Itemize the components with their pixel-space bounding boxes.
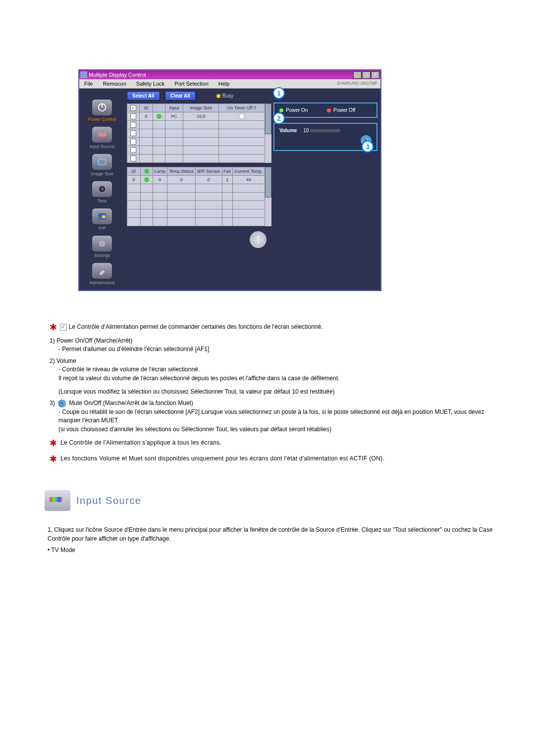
svg-rect-3 [99, 159, 106, 165]
table-row[interactable] [127, 129, 265, 138]
volume-label: Volume [279, 128, 297, 133]
volume-slider[interactable] [310, 129, 340, 132]
input-source-icon [92, 127, 112, 143]
input-source-section-icon [45, 490, 70, 511]
col-lamp [153, 104, 165, 112]
scrollbar[interactable] [265, 167, 271, 226]
timer-off-icon [239, 113, 245, 119]
star-icon: ✱ [50, 454, 57, 464]
sidebar-label: Power Control [88, 117, 116, 122]
callout-1: 1 [273, 87, 285, 99]
col-br-senser: B/R Senser [196, 167, 222, 176]
table-row[interactable]: 0 PC 16:9 [127, 112, 265, 121]
table-row[interactable] [127, 121, 265, 129]
sidebar-item-input-source[interactable]: Input Source [79, 127, 125, 149]
svg-rect-2 [98, 133, 107, 136]
table-row[interactable]: 0 0 0 0 1 49 [127, 176, 265, 184]
menubar: File Remocon Safety Lock Port Selection … [79, 79, 380, 89]
sidebar-label: Image Size [91, 171, 113, 176]
svg-rect-6 [102, 215, 105, 218]
menu-safety-lock[interactable]: Safety Lock [131, 79, 169, 88]
time-icon [92, 181, 112, 197]
checkbox-icon [60, 324, 67, 331]
power-off-button[interactable]: Power Off [327, 107, 372, 113]
table-row[interactable] [127, 201, 265, 209]
sidebar-label: Input Source [89, 144, 114, 149]
image-size-icon [92, 154, 112, 170]
sidebar-label: PIP [99, 226, 106, 231]
green-dot-icon [279, 108, 283, 112]
sidebar-item-image-size[interactable]: Image Size [79, 154, 125, 176]
col-id: ID [140, 104, 153, 112]
mute-icon: 🔊 [58, 400, 66, 407]
scrollbar[interactable] [265, 103, 271, 163]
select-all-button[interactable]: Select All [127, 91, 160, 101]
table-row[interactable] [127, 184, 265, 193]
titlebar: Multiple Display Control _ □ × [79, 70, 380, 79]
table-row[interactable] [127, 193, 265, 201]
table-row[interactable] [127, 146, 265, 154]
menu-remocon[interactable]: Remocon [98, 79, 131, 88]
col-id: ID [127, 167, 141, 176]
pip-icon [92, 208, 112, 224]
status-table: ID Lamp Temp.Status B/R Senser Fan Curre… [127, 167, 265, 226]
col-lamp: Lamp [153, 167, 167, 176]
sidebar-item-maintenance[interactable]: Maintenance [79, 263, 125, 285]
red-dot-icon [327, 108, 331, 112]
table-row[interactable] [127, 218, 265, 226]
header-checkbox[interactable] [130, 105, 136, 111]
col-image-size: Image Size [183, 104, 219, 112]
col-fan: Fan [222, 167, 232, 176]
busy-indicator: Busy [216, 93, 233, 99]
lamp-on-icon [144, 177, 149, 182]
col-temp-status: Temp.Status [167, 167, 195, 176]
busy-dot-icon [216, 94, 220, 98]
col-on-timer: On Timer Off T [219, 104, 265, 112]
table-row[interactable] [127, 138, 265, 146]
lamp-on-icon [157, 114, 161, 119]
svg-point-8 [101, 243, 103, 245]
col-current-temp: Current Temp. [232, 167, 265, 176]
minimize-button[interactable]: _ [353, 71, 362, 79]
table-row[interactable] [127, 209, 265, 218]
section-header: Input Source [45, 490, 495, 511]
power-icon [92, 100, 112, 115]
menu-port-selection[interactable]: Port Selection [169, 79, 213, 88]
app-icon [80, 71, 87, 78]
star-icon: ✱ [50, 322, 57, 332]
close-button[interactable]: × [371, 71, 379, 79]
star-icon: ✱ [50, 438, 57, 448]
sidebar: Power Control Input Source Image Size Ti… [79, 89, 125, 290]
callout-2: 2 [273, 112, 285, 124]
section-title: Input Source [76, 495, 141, 506]
settings-icon [92, 236, 112, 252]
col-input: Input [165, 104, 183, 112]
sidebar-item-pip[interactable]: PIP [79, 208, 125, 231]
callout-3: 3 [362, 141, 374, 152]
window-title: Multiple Display Control [89, 72, 146, 78]
power-on-button[interactable]: Power On [279, 107, 324, 113]
sidebar-label: Maintenance [89, 280, 115, 285]
menu-file[interactable]: File [79, 79, 98, 88]
menu-help[interactable]: Help [214, 79, 235, 88]
sidebar-label: Time [97, 199, 107, 203]
app-window: Multiple Display Control _ □ × File Remo… [78, 69, 381, 291]
display-table: ID Input Image Size On Timer Off T 0 PC … [127, 103, 265, 163]
table-row[interactable] [127, 154, 265, 163]
maintenance-icon [92, 263, 112, 279]
sidebar-item-settings[interactable]: Settings [79, 236, 125, 258]
clear-all-button[interactable]: Clear All [165, 91, 196, 101]
volume-value: 10 [303, 128, 309, 133]
row-checkbox[interactable] [130, 113, 136, 119]
input-source-text: 1. Cliquez sur l'icône Source d'Entrée d… [48, 526, 495, 554]
sidebar-item-time[interactable]: Time [79, 181, 125, 203]
sidebar-item-power-control[interactable]: Power Control [79, 100, 125, 122]
maximize-button[interactable]: □ [362, 71, 371, 79]
brand-label: SAMSUNG DIGITall [333, 79, 380, 88]
power-panel: Power On Power Off [273, 102, 377, 118]
description-text: ✱ Le Contrôle d'Alimentation permet de c… [50, 321, 495, 465]
sidebar-label: Settings [94, 253, 110, 258]
alert-icon: ! [250, 231, 267, 248]
col-status [141, 167, 153, 176]
